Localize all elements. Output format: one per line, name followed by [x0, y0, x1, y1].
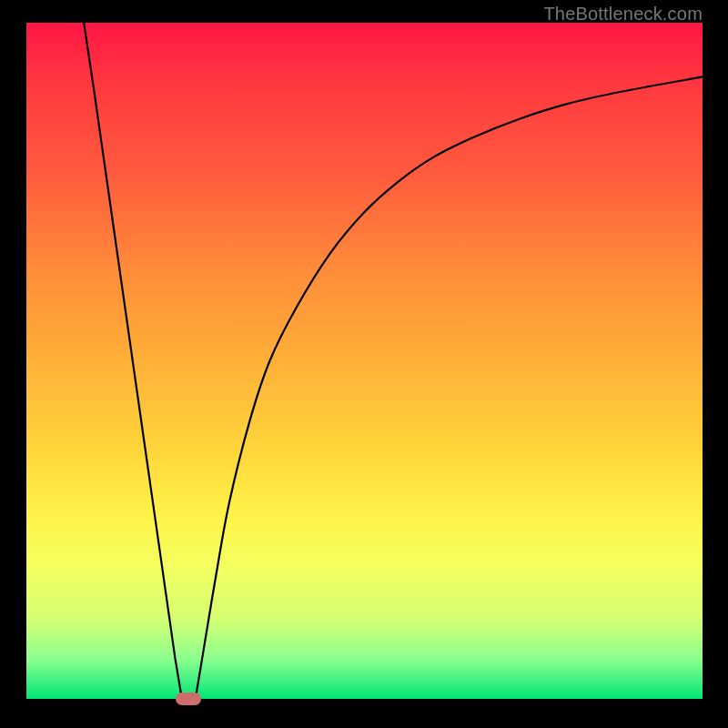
- chart-plot-area: [26, 23, 703, 699]
- curve-left-branch: [84, 23, 182, 699]
- chart-minimum-marker: [176, 693, 201, 705]
- chart-curve: [26, 23, 703, 699]
- watermark-text: TheBottleneck.com: [543, 4, 703, 25]
- curve-right-branch: [196, 76, 703, 699]
